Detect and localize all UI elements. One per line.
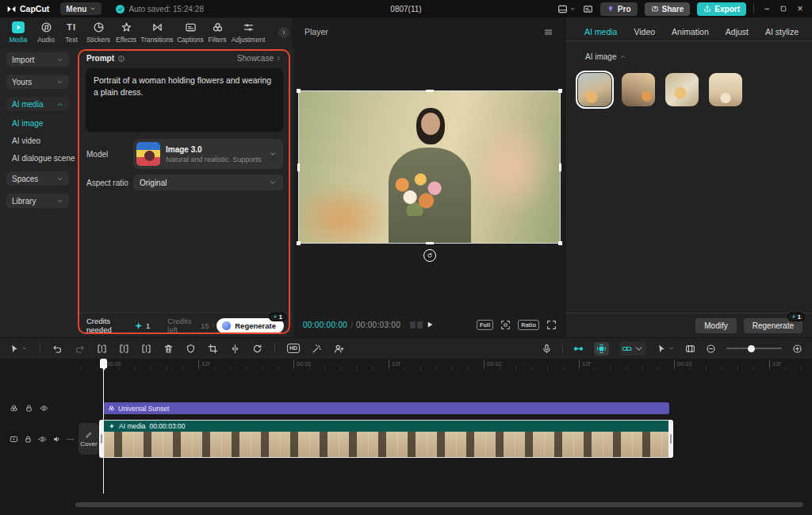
rotate-handle[interactable]: [423, 249, 436, 262]
sidebar-item-ai-image[interactable]: AI image: [0, 114, 75, 132]
credits-left-link[interactable]: Credits left 15: [167, 317, 216, 334]
ratio-button[interactable]: Ratio: [518, 320, 539, 330]
showcase-link[interactable]: Showcase: [237, 54, 282, 63]
redo-button[interactable]: [75, 344, 85, 354]
regenerate-button-inspector[interactable]: Regenerate 1: [744, 318, 802, 333]
info-icon[interactable]: [117, 55, 125, 63]
preview-axis-toggle[interactable]: [594, 342, 609, 356]
effect-track-clip[interactable]: Universal Sunset: [103, 402, 669, 414]
sidebar-item-import[interactable]: Import: [6, 52, 69, 67]
maximize-button[interactable]: [779, 5, 787, 13]
prompt-textarea[interactable]: Portrait of a woman holding flowers and …: [86, 68, 283, 132]
frame-preview-icon[interactable]: [685, 344, 695, 354]
tab-transitions[interactable]: Transitions: [139, 17, 175, 48]
cover-button[interactable]: Cover: [79, 423, 99, 455]
more-options-icon[interactable]: ⋯: [67, 435, 75, 444]
tab-stickers[interactable]: Stickers: [83, 17, 113, 48]
record-voiceover-icon[interactable]: [542, 344, 552, 354]
link-toggle[interactable]: [619, 342, 646, 356]
ai-media-clip[interactable]: AI media 00:00:03:00: [103, 420, 669, 458]
timeline-horizontal-scrollbar[interactable]: [75, 502, 803, 507]
selection-handle[interactable]: [297, 241, 301, 245]
sidebar-item-spaces[interactable]: Spaces: [6, 171, 69, 186]
tab-audio[interactable]: Audio: [33, 17, 59, 48]
select-tool-button[interactable]: [10, 344, 28, 354]
generated-image-thumbnail[interactable]: [709, 73, 742, 106]
slider-handle[interactable]: [748, 345, 755, 352]
eye-icon[interactable]: [40, 404, 48, 413]
tab-ai-media[interactable]: AI media: [584, 27, 617, 37]
delete-left-button[interactable]: [119, 344, 129, 354]
tab-filters[interactable]: Filters: [205, 17, 229, 48]
crop-button[interactable]: [208, 344, 218, 354]
tab-adjust[interactable]: Adjust: [726, 27, 749, 37]
share-button[interactable]: Share: [645, 2, 691, 16]
hd-enhance-button[interactable]: HD: [287, 344, 300, 353]
selection-handle[interactable]: [297, 89, 301, 93]
clip-trim-handle-right[interactable]: [668, 420, 673, 458]
lock-icon[interactable]: [25, 404, 33, 413]
delete-button[interactable]: [163, 344, 174, 354]
tab-adjustment[interactable]: Adjustment: [229, 17, 267, 48]
replace-button[interactable]: [252, 344, 262, 354]
zoom-in-icon[interactable]: [792, 344, 802, 354]
smart-edit-button[interactable]: [312, 344, 322, 354]
export-button[interactable]: Export: [697, 2, 746, 16]
lock-icon[interactable]: [24, 435, 33, 444]
sidebar-item-ai-video[interactable]: AI video: [0, 132, 75, 149]
zoom-out-icon[interactable]: [706, 344, 716, 354]
mirror-button[interactable]: [230, 344, 240, 354]
play-button[interactable]: [425, 320, 435, 329]
notes-panel-icon[interactable]: [583, 4, 593, 14]
aspect-ratio-select[interactable]: Original: [133, 175, 283, 190]
generated-image-thumbnail[interactable]: [665, 73, 699, 106]
video-preview[interactable]: [298, 90, 561, 244]
tab-captions[interactable]: Captions: [175, 17, 205, 48]
tab-ai-stylize[interactable]: AI stylize: [765, 27, 799, 37]
tab-media[interactable]: Media: [4, 17, 33, 48]
sidebar-item-ai-media[interactable]: AI media: [6, 97, 69, 111]
selection-handle[interactable]: [558, 241, 562, 245]
undo-button[interactable]: [52, 344, 63, 354]
full-quality-badge[interactable]: Full: [477, 320, 493, 330]
selection-handle[interactable]: [558, 89, 562, 93]
modify-button[interactable]: Modify: [695, 318, 736, 333]
timeline-ruler[interactable]: [75, 359, 812, 370]
tab-animation[interactable]: Animation: [672, 27, 709, 37]
speaker-icon[interactable]: [52, 435, 61, 444]
eye-icon[interactable]: [38, 435, 47, 444]
model-select[interactable]: Image 3.0 Natural and realistic. Support…: [133, 139, 283, 169]
pro-button[interactable]: Pro: [600, 2, 638, 16]
sidebar-item-yours[interactable]: Yours: [6, 75, 69, 89]
regenerate-button[interactable]: Regenerate 1: [216, 318, 284, 333]
playhead[interactable]: [100, 359, 107, 494]
sidebar-item-library[interactable]: Library: [6, 194, 69, 208]
close-button[interactable]: ×: [795, 3, 806, 14]
sidebar-item-ai-dialogue-scene[interactable]: AI dialogue scene: [0, 149, 75, 167]
generated-image-thumbnail-selected[interactable]: [578, 73, 611, 106]
minimize-button[interactable]: −: [761, 3, 772, 14]
ai-image-section-header[interactable]: AI image: [585, 52, 626, 61]
fullscreen-icon[interactable]: [546, 320, 557, 330]
selection-handle[interactable]: [426, 242, 434, 244]
delete-right-button[interactable]: [141, 344, 151, 354]
selection-handle[interactable]: [559, 163, 561, 171]
snap-toggle[interactable]: [573, 344, 584, 354]
frame-step-buttons[interactable]: [410, 321, 423, 329]
split-button[interactable]: [97, 344, 107, 354]
selection-handle[interactable]: [297, 163, 300, 171]
player-menu-icon[interactable]: [543, 27, 553, 37]
layout-switcher[interactable]: [557, 4, 576, 14]
select-mode-button[interactable]: [657, 344, 675, 354]
mask-button[interactable]: [186, 344, 196, 354]
generated-image-thumbnail[interactable]: [622, 73, 655, 106]
add-character-button[interactable]: [334, 344, 344, 354]
menu-button[interactable]: Menu: [60, 2, 102, 15]
ribbon-scroll-right-button[interactable]: [278, 27, 289, 38]
selection-handle[interactable]: [426, 90, 434, 92]
tab-text[interactable]: TI Text: [59, 17, 83, 48]
focus-zoom-icon[interactable]: [500, 320, 511, 330]
tab-video[interactable]: Video: [634, 27, 655, 37]
timeline-zoom-slider[interactable]: [726, 348, 782, 349]
tab-effects[interactable]: Effects: [113, 17, 139, 48]
